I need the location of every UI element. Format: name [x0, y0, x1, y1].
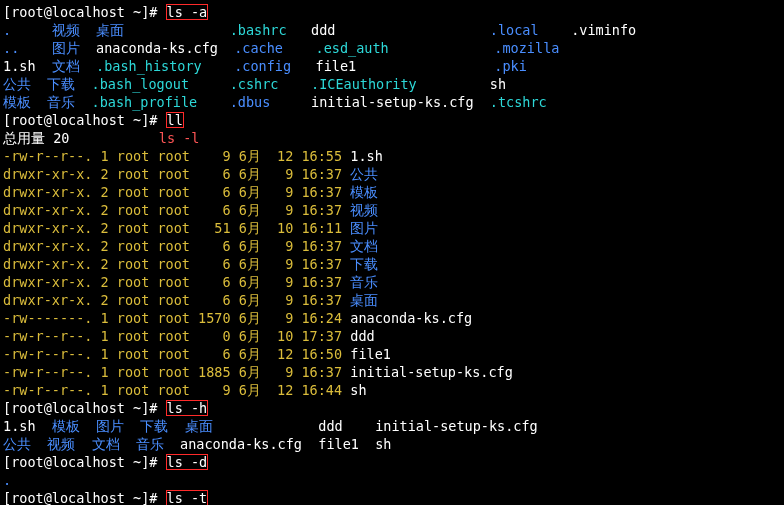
ll-row: -rw-r--r--. 1 root root 6 6月 12 16:50 fi…: [3, 345, 781, 363]
annotation-ls-l: ls -l: [159, 130, 200, 146]
prompt-1: [root@localhost ~]#: [3, 4, 166, 20]
ll-row: -rw-r--r--. 1 root root 0 6月 10 17:37 dd…: [3, 327, 781, 345]
prompt-line-1: [root@localhost ~]# ls -a: [3, 3, 781, 21]
ls-h-row2: 公共 视频 文档 音乐 anaconda-ks.cfg file1 sh: [3, 435, 781, 453]
prompt-2: [root@localhost ~]#: [3, 112, 166, 128]
ll-row: -rw-------. 1 root root 1570 6月 9 16:24 …: [3, 309, 781, 327]
cmd-ls-t: ls -t: [166, 490, 209, 505]
ls-d-output: .: [3, 471, 781, 489]
ll-row: drwxr-xr-x. 2 root root 6 6月 9 16:37 桌面: [3, 291, 781, 309]
ll-row: drwxr-xr-x. 2 root root 6 6月 9 16:37 模板: [3, 183, 781, 201]
ll-row: drwxr-xr-x. 2 root root 6 6月 9 16:37 视频: [3, 201, 781, 219]
prompt-line-5: [root@localhost ~]# ls -t: [3, 489, 781, 505]
prompt-line-2: [root@localhost ~]# ll: [3, 111, 781, 129]
ls-a-row3: 1.sh 文档 .bash_history .config file1 .pki: [3, 57, 781, 75]
total-line: 总用量 20 ls -l: [3, 129, 781, 147]
ls-h-row1: 1.sh 模板 图片 下载 桌面 ddd initial-setup-ks.cf…: [3, 417, 781, 435]
cmd-ll: ll: [166, 112, 184, 128]
prompt-5: [root@localhost ~]#: [3, 490, 166, 505]
ls-a-row1: . 视频 桌面 .bashrc ddd .local .viminfo: [3, 21, 781, 39]
ll-row: -rw-r--r--. 1 root root 9 6月 12 16:44 sh: [3, 381, 781, 399]
ll-row: drwxr-xr-x. 2 root root 6 6月 9 16:37 音乐: [3, 273, 781, 291]
prompt-3: [root@localhost ~]#: [3, 400, 166, 416]
ls-a-row2: .. 图片 anaconda-ks.cfg .cache .esd_auth .…: [3, 39, 781, 57]
prompt-line-3: [root@localhost ~]# ls -h: [3, 399, 781, 417]
cmd-ls-a: ls -a: [166, 4, 209, 20]
cmd-ls-h: ls -h: [166, 400, 209, 416]
ls-a-row5: 模板 音乐 .bash_profile .dbus initial-setup-…: [3, 93, 781, 111]
ls-a-row4: 公共 下载 .bash_logout .cshrc .ICEauthority …: [3, 75, 781, 93]
ll-row: drwxr-xr-x. 2 root root 6 6月 9 16:37 文档: [3, 237, 781, 255]
ll-output: -rw-r--r--. 1 root root 9 6月 12 16:55 1.…: [3, 147, 781, 399]
ll-row: drwxr-xr-x. 2 root root 6 6月 9 16:37 下载: [3, 255, 781, 273]
ll-row: drwxr-xr-x. 2 root root 6 6月 9 16:37 公共: [3, 165, 781, 183]
ll-row: drwxr-xr-x. 2 root root 51 6月 10 16:11 图…: [3, 219, 781, 237]
terminal[interactable]: [root@localhost ~]# ls -a . 视频 桌面 .bashr…: [3, 3, 781, 505]
ll-row: -rw-r--r--. 1 root root 9 6月 12 16:55 1.…: [3, 147, 781, 165]
ll-row: -rw-r--r--. 1 root root 1885 6月 9 16:37 …: [3, 363, 781, 381]
prompt-4: [root@localhost ~]#: [3, 454, 166, 470]
prompt-line-4: [root@localhost ~]# ls -d: [3, 453, 781, 471]
cmd-ls-d: ls -d: [166, 454, 209, 470]
